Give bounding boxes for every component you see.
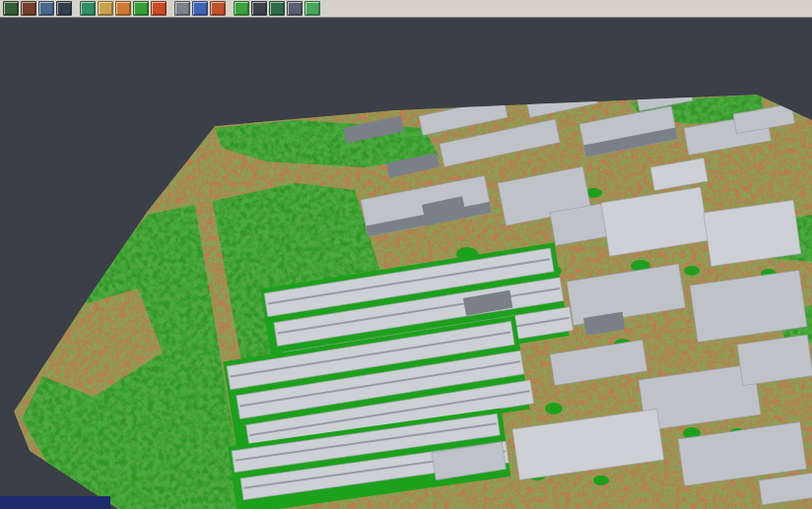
fullscreen-icon[interactable] bbox=[287, 1, 303, 16]
contour-icon[interactable] bbox=[80, 1, 96, 16]
dem-icon[interactable] bbox=[21, 1, 36, 16]
background-window-strip bbox=[0, 496, 110, 509]
settings-gear-icon[interactable] bbox=[174, 1, 190, 16]
camera-icon[interactable] bbox=[192, 1, 208, 16]
classify-icon[interactable] bbox=[133, 1, 149, 16]
point-cloud-scene bbox=[0, 18, 812, 509]
mesh-icon[interactable] bbox=[56, 1, 72, 16]
texture-icon[interactable] bbox=[98, 1, 113, 16]
pointcloud-icon[interactable] bbox=[38, 1, 54, 16]
3d-viewport[interactable] bbox=[0, 18, 812, 509]
orthophoto-icon[interactable] bbox=[115, 1, 131, 16]
toolbar bbox=[0, 0, 812, 18]
marker-icon[interactable] bbox=[151, 1, 167, 16]
grid-icon[interactable] bbox=[234, 1, 249, 16]
globe-icon[interactable] bbox=[269, 1, 285, 16]
capture-icon[interactable] bbox=[304, 1, 320, 16]
shade-icon[interactable] bbox=[251, 1, 267, 16]
delete-icon[interactable] bbox=[210, 1, 226, 16]
layers-icon[interactable] bbox=[3, 1, 19, 16]
